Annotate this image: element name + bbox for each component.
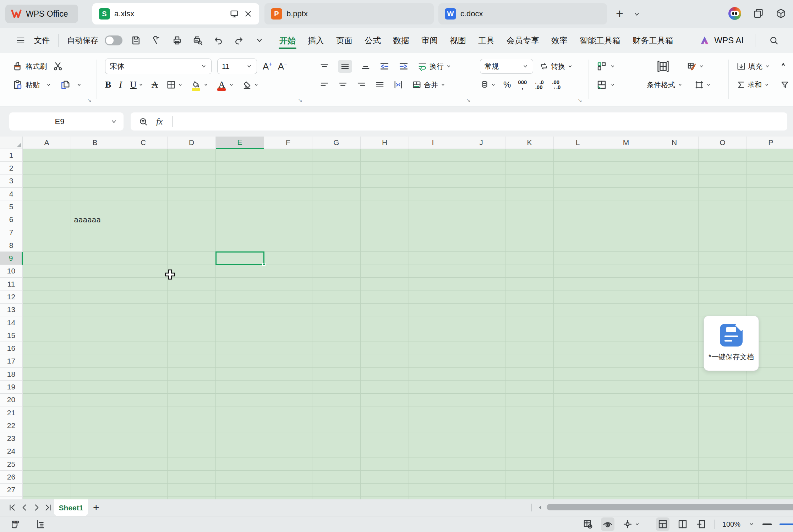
menu-tab-efficiency[interactable]: 效率 [551,30,568,51]
column-header-h[interactable]: H [361,137,409,149]
align-bottom-icon[interactable] [361,62,371,71]
zoom-chevron-icon[interactable] [748,521,755,527]
column-header-e[interactable]: E [216,137,264,149]
switch-windows-icon[interactable] [753,8,764,19]
merge-cells-button[interactable]: 合并 [412,80,446,90]
column-header-d[interactable]: D [168,137,216,149]
row-header-28[interactable]: 28 [0,497,23,499]
text-orientation-icon[interactable] [393,80,403,89]
row-header-9[interactable]: 9 [0,252,23,265]
outline-view-icon[interactable] [35,519,46,530]
underline-button[interactable]: U [130,79,144,90]
align-middle-icon[interactable] [338,60,352,73]
menu-tab-data[interactable]: 数据 [392,30,410,51]
number-group-expand-icon[interactable]: ↘ [578,97,582,104]
workspace-cube-icon[interactable] [775,8,787,19]
menu-tab-review[interactable]: 审阅 [421,30,438,51]
fill-button[interactable]: 填充 [736,62,770,71]
clipboard-group-expand-icon[interactable]: ↘ [87,97,92,104]
cell-area[interactable]: aaaaaa [23,149,793,499]
column-header-a[interactable]: A [23,137,71,149]
share-icon[interactable] [149,33,164,48]
row-header-7[interactable]: 7 [0,226,23,239]
row-header-20[interactable]: 20 [0,394,23,406]
align-right-icon[interactable] [356,81,366,89]
align-left-icon[interactable] [319,81,329,89]
menu-tab-tools[interactable]: 工具 [477,30,495,51]
format-painter-button[interactable]: 格式刷 [12,61,47,72]
alignment-group-expand-icon[interactable]: ↘ [466,97,471,104]
cell-style-brush-button[interactable] [687,61,704,72]
row-header-23[interactable]: 23 [0,432,23,445]
row-header-24[interactable]: 24 [0,445,23,458]
spreadsheet-grid[interactable]: ABCDEFGHIJKLMNOP 12345678910111213141516… [0,137,793,499]
file-tab-a-xlsx[interactable]: S a.xlsx [92,3,259,24]
comma-style-button[interactable]: 000, [518,80,527,90]
last-sheet-icon[interactable] [43,503,53,512]
redo-icon[interactable] [232,33,246,48]
row-headers[interactable]: 1234567891011121314151617181920212223242… [0,149,23,499]
borders-button[interactable] [166,80,183,90]
menu-tab-finance-toolbox[interactable]: 财务工具箱 [632,30,674,51]
row-header-13[interactable]: 13 [0,304,23,316]
row-header-14[interactable]: 14 [0,316,23,329]
insert-cells-button[interactable] [596,61,607,72]
menu-tab-formula[interactable]: 公式 [364,30,382,51]
print-preview-icon[interactable] [191,33,205,48]
previous-sheet-icon[interactable] [20,503,29,512]
row-header-8[interactable]: 8 [0,239,23,252]
print-icon[interactable] [170,33,184,48]
next-sheet-icon[interactable] [32,503,41,512]
row-header-16[interactable]: 16 [0,342,23,355]
row-header-22[interactable]: 22 [0,419,23,432]
font-name-combo[interactable]: 宋体 [105,59,212,74]
fill-handle[interactable] [262,263,266,266]
file-tab-c-docx[interactable]: W c.docx [438,3,607,24]
paste-button[interactable]: 粘贴 [12,79,40,90]
delete-cells-chevron-icon[interactable] [610,82,616,87]
column-header-i[interactable]: I [409,137,457,149]
quick-save-widget[interactable]: *一键保存文档 [704,316,759,371]
close-tab-icon[interactable] [244,9,253,18]
sheet-tab-sheet1[interactable]: Sheet1 [54,499,88,516]
insert-cells-chevron-icon[interactable] [610,64,616,69]
row-header-10[interactable]: 10 [0,265,23,278]
hamburger-menu-icon[interactable] [13,33,28,48]
filter-icon[interactable] [780,80,789,89]
row-header-27[interactable]: 27 [0,484,23,497]
align-top-icon[interactable] [319,62,329,71]
conditional-format-button[interactable]: 条件格式 [647,80,683,90]
row-header-3[interactable]: 3 [0,175,23,188]
menu-tab-insert[interactable]: 插入 [307,30,325,51]
formula-bar[interactable]: fx [131,112,787,131]
row-header-15[interactable]: 15 [0,329,23,342]
column-header-f[interactable]: F [264,137,312,149]
horizontal-scrollbar-thumb[interactable] [547,504,793,510]
autosave-toggle[interactable] [105,35,122,45]
row-header-19[interactable]: 19 [0,381,23,393]
row-header-11[interactable]: 11 [0,278,23,290]
decrease-font-size-button[interactable]: A− [278,61,288,72]
increase-decimal-button[interactable]: .00→.0 [551,80,561,90]
column-header-n[interactable]: N [650,137,699,149]
selected-cell-outline[interactable] [215,251,264,265]
normal-view-icon[interactable] [656,517,669,531]
column-header-b[interactable]: B [71,137,119,149]
copy-button[interactable] [60,79,70,90]
column-headers[interactable]: ABCDEFGHIJKLMNOP [23,137,793,149]
zoom-level-value[interactable]: 100% [722,520,740,528]
cut-icon[interactable] [53,61,63,72]
delete-cells-button[interactable] [596,79,607,90]
menu-tab-smart-toolbox[interactable]: 智能工具箱 [579,30,621,51]
row-header-2[interactable]: 2 [0,162,23,174]
currency-button[interactable] [480,80,496,89]
sort-icon[interactable] [781,62,790,71]
row-header-26[interactable]: 26 [0,471,23,483]
copy-chevron-icon[interactable] [76,82,82,88]
paste-chevron-icon[interactable] [45,82,52,88]
row-header-18[interactable]: 18 [0,368,23,381]
number-format-combo[interactable]: 常规 [480,59,533,74]
first-sheet-icon[interactable] [8,503,17,512]
increase-indent-icon[interactable] [398,62,409,71]
zoom-slider[interactable] [780,523,793,525]
